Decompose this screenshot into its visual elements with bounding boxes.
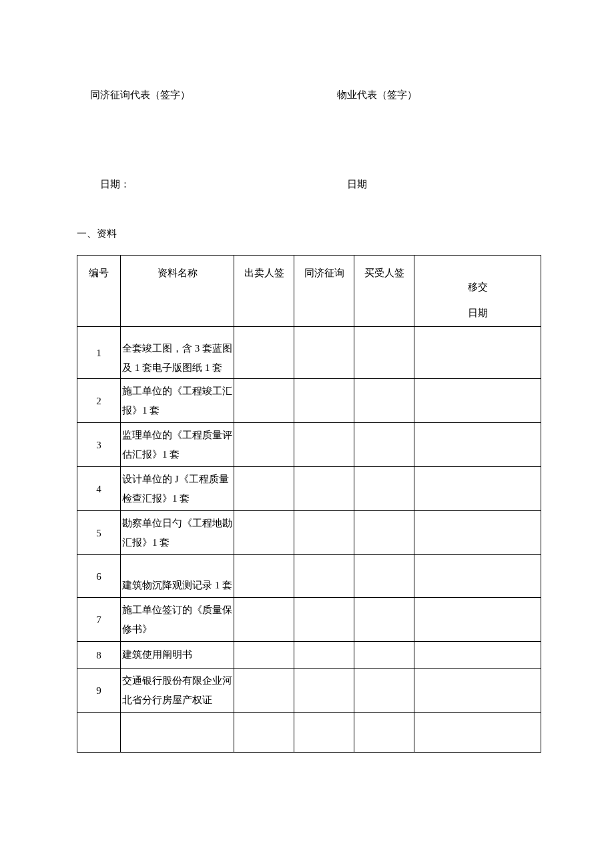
- cell-tongji: [294, 669, 354, 713]
- cell-seller: [234, 598, 294, 642]
- header-name: 资料名称: [121, 256, 234, 327]
- cell-seller: [234, 669, 294, 713]
- cell-seller: [234, 713, 294, 753]
- cell-date: [414, 327, 541, 379]
- cell-buyer: [354, 555, 414, 598]
- cell-num: 5: [77, 511, 121, 555]
- cell-buyer: [354, 598, 414, 642]
- table-row: 1 全套竣工图，含 3 套蓝图及 1 套电子版图纸 1 套: [77, 327, 541, 379]
- cell-name: 勘察单位日勺《工程地勘汇报》1 套: [121, 511, 234, 555]
- cell-tongji: [294, 423, 354, 467]
- cell-tongji: [294, 555, 354, 598]
- date-right-label: 日期: [347, 176, 537, 192]
- cell-tongji: [294, 467, 354, 511]
- cell-seller: [234, 467, 294, 511]
- cell-num: 6: [77, 555, 121, 598]
- cell-num: [77, 713, 121, 753]
- table-row: 9 交通银行股份有限企业河北省分行房屋产权证: [77, 669, 541, 713]
- cell-seller: [234, 642, 294, 669]
- cell-name: 监理单位的《工程质量评估汇报》1 套: [121, 423, 234, 467]
- cell-buyer: [354, 669, 414, 713]
- header-num: 编号: [77, 256, 121, 327]
- cell-name: 施工单位的《工程竣工汇报》1 套: [121, 379, 234, 423]
- table-row: 5 勘察单位日勺《工程地勘汇报》1 套: [77, 511, 541, 555]
- cell-date: [414, 642, 541, 669]
- cell-date: [414, 467, 541, 511]
- table-row: 4 设计单位的 J《工程质量检查汇报》1 套: [77, 467, 541, 511]
- cell-name: 施工单位签订的《质量保修书》: [121, 598, 234, 642]
- date-left-label: 日期：: [100, 176, 347, 192]
- cell-seller: [234, 423, 294, 467]
- cell-date: [414, 669, 541, 713]
- cell-date: [414, 379, 541, 423]
- cell-tongji: [294, 511, 354, 555]
- cell-date: [414, 713, 541, 753]
- cell-date: [414, 511, 541, 555]
- cell-name: 建筑使用阐明书: [121, 642, 234, 669]
- cell-date: [414, 423, 541, 467]
- signature-right-label: 物业代表（签字）: [337, 87, 537, 103]
- cell-tongji: [294, 713, 354, 753]
- cell-name: 建筑物沉降观测记录 1 套: [121, 555, 234, 598]
- table-row: [77, 713, 541, 753]
- table-row: 6 建筑物沉降观测记录 1 套: [77, 555, 541, 598]
- cell-seller: [234, 555, 294, 598]
- cell-num: 4: [77, 467, 121, 511]
- cell-tongji: [294, 379, 354, 423]
- cell-tongji: [294, 642, 354, 669]
- cell-date: [414, 598, 541, 642]
- cell-num: 7: [77, 598, 121, 642]
- signature-left-label: 同济征询代表（签字）: [90, 87, 337, 103]
- cell-num: 8: [77, 642, 121, 669]
- cell-name: 设计单位的 J《工程质量检查汇报》1 套: [121, 467, 234, 511]
- cell-name: [121, 713, 234, 753]
- date-row: 日期： 日期: [100, 176, 537, 192]
- cell-num: 3: [77, 423, 121, 467]
- table-row: 2 施工单位的《工程竣工汇报》1 套: [77, 379, 541, 423]
- cell-tongji: [294, 327, 354, 379]
- cell-buyer: [354, 379, 414, 423]
- materials-table: 编号 资料名称 出卖人签 同济征询 买受人签 移交日期 1 全套竣工图，含 3 …: [77, 255, 541, 753]
- cell-seller: [234, 327, 294, 379]
- cell-num: 2: [77, 379, 121, 423]
- cell-tongji: [294, 598, 354, 642]
- cell-name: 全套竣工图，含 3 套蓝图及 1 套电子版图纸 1 套: [121, 327, 234, 379]
- table-row: 8 建筑使用阐明书: [77, 642, 541, 669]
- cell-seller: [234, 379, 294, 423]
- cell-name: 交通银行股份有限企业河北省分行房屋产权证: [121, 669, 234, 713]
- cell-num: 1: [77, 327, 121, 379]
- cell-buyer: [354, 327, 414, 379]
- section-heading: 一、资料: [77, 226, 537, 242]
- table-row: 3 监理单位的《工程质量评估汇报》1 套: [77, 423, 541, 467]
- cell-buyer: [354, 511, 414, 555]
- cell-buyer: [354, 713, 414, 753]
- cell-date: [414, 555, 541, 598]
- cell-buyer: [354, 423, 414, 467]
- cell-num: 9: [77, 669, 121, 713]
- cell-buyer: [354, 467, 414, 511]
- signature-row: 同济征询代表（签字） 物业代表（签字）: [90, 87, 537, 103]
- header-date: 移交日期: [414, 256, 541, 327]
- header-seller: 出卖人签: [234, 256, 294, 327]
- table-row: 7 施工单位签订的《质量保修书》: [77, 598, 541, 642]
- table-header-row: 编号 资料名称 出卖人签 同济征询 买受人签 移交日期: [77, 256, 541, 327]
- header-tongji: 同济征询: [294, 256, 354, 327]
- cell-buyer: [354, 642, 414, 669]
- cell-seller: [234, 511, 294, 555]
- header-buyer: 买受人签: [354, 256, 414, 327]
